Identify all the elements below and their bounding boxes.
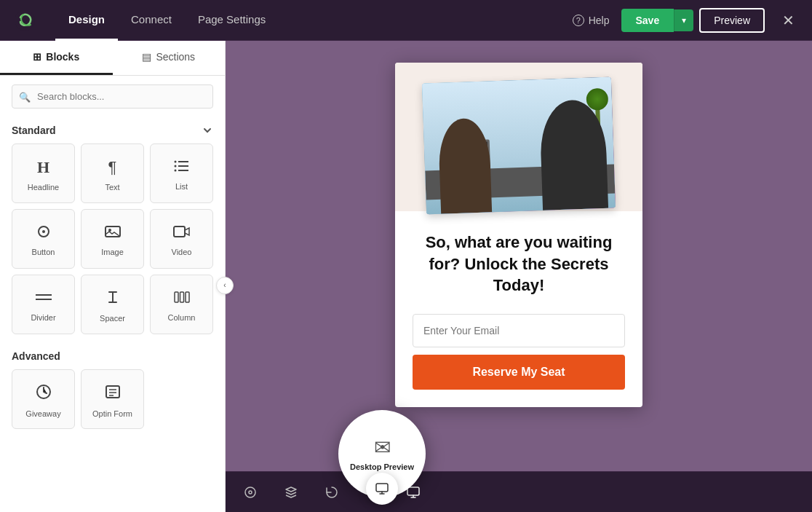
nav-tabs: Design Connect Page Settings <box>55 0 279 41</box>
column-icon <box>174 291 190 307</box>
block-item-spacer[interactable]: Spacer <box>81 275 144 334</box>
sidebar-tabs: ⊞ Blocks ▤ Sections <box>0 41 225 76</box>
help-icon: ? <box>573 15 584 26</box>
sidebar: ⊞ Blocks ▤ Sections 🔍 Standard <box>0 41 226 512</box>
svg-rect-10 <box>174 227 185 237</box>
block-item-video[interactable]: Video <box>150 209 213 269</box>
advanced-block-group: Advanced Giveaway Optin Form <box>0 343 225 438</box>
search-area: 🔍 <box>0 76 225 117</box>
chevron-down-icon: ▾ <box>682 15 686 25</box>
block-item-list[interactable]: List <box>150 143 213 203</box>
standard-block-group: Standard H Headline ¶ Text <box>0 117 225 343</box>
svg-point-7 <box>42 230 45 233</box>
close-button[interactable]: ✕ <box>776 9 800 32</box>
nav-tab-design[interactable]: Design <box>55 0 118 41</box>
sections-tab-icon: ▤ <box>142 51 151 63</box>
chevron-down-icon <box>202 125 213 136</box>
settings-toolbar-icon[interactable] <box>237 479 263 505</box>
blocks-tab-icon: ⊞ <box>33 51 41 63</box>
top-navigation: Design Connect Page Settings ? Help Save… <box>0 0 812 41</box>
email-input[interactable] <box>413 314 625 347</box>
headline-icon: H <box>37 158 49 177</box>
photo-simulation <box>422 77 616 215</box>
page-card-image-bg <box>395 63 642 211</box>
standard-blocks-grid: H Headline ¶ Text List <box>12 143 213 334</box>
svg-rect-14 <box>180 292 183 302</box>
block-item-headline[interactable]: H Headline <box>12 143 75 203</box>
help-link[interactable]: ? Help <box>573 15 610 26</box>
contact-form-icon <box>105 384 121 403</box>
sidebar-tab-sections[interactable]: ▤ Sections <box>113 41 226 75</box>
nav-tab-connect[interactable]: Connect <box>118 0 185 41</box>
image-icon <box>105 225 121 242</box>
canvas-area: So, what are you waiting for? Unlock the… <box>226 41 812 512</box>
search-input[interactable] <box>12 84 213 109</box>
page-card-body: So, what are you waiting for? Unlock the… <box>395 211 642 407</box>
svg-point-4 <box>174 165 176 167</box>
block-item-text[interactable]: ¶ Text <box>81 143 144 203</box>
preview-circle: ✉ Desktop Preview <box>338 410 426 497</box>
advanced-blocks-grid: Giveaway Optin Form <box>12 369 213 429</box>
bottom-toolbar <box>226 471 812 512</box>
page-headline: So, what are you waiting for? Unlock the… <box>413 232 625 296</box>
sidebar-collapse-button[interactable]: ‹ <box>216 277 234 294</box>
spacer-icon <box>105 290 121 308</box>
save-dropdown-button[interactable]: ▾ <box>674 9 693 31</box>
button-icon <box>36 225 52 242</box>
layers-toolbar-icon[interactable] <box>278 479 304 505</box>
svg-point-5 <box>174 169 176 171</box>
video-icon <box>173 225 191 242</box>
giveaway-icon <box>36 384 52 403</box>
block-item-column[interactable]: Column <box>150 275 213 334</box>
search-icon: 🔍 <box>19 91 31 102</box>
block-item-image[interactable]: Image <box>81 209 144 269</box>
divider-icon <box>36 291 52 307</box>
save-button[interactable]: Save <box>621 9 674 32</box>
list-icon <box>174 159 190 176</box>
block-item-button[interactable]: Button <box>12 209 75 269</box>
text-icon: ¶ <box>108 158 117 177</box>
svg-rect-22 <box>376 484 388 492</box>
preview-sub-circle[interactable] <box>366 473 398 505</box>
page-card-image <box>422 77 616 215</box>
nav-tab-page-settings[interactable]: Page Settings <box>185 0 279 41</box>
app-logo <box>12 7 38 34</box>
block-item-giveaway[interactable]: Giveaway <box>12 369 75 429</box>
svg-rect-13 <box>175 292 178 302</box>
block-item-contact-form[interactable]: Optin Form <box>81 369 144 429</box>
page-preview-card: So, what are you waiting for? Unlock the… <box>395 63 642 407</box>
svg-rect-15 <box>186 292 189 302</box>
reserve-seat-button[interactable]: Reserve My Seat <box>413 355 625 390</box>
preview-button[interactable]: Preview <box>699 8 765 33</box>
envelope-icon: ✉ <box>374 436 391 460</box>
desktop-preview-tooltip: ✉ Desktop Preview <box>338 410 426 497</box>
advanced-group-header: Advanced <box>12 343 213 369</box>
sidebar-tab-blocks[interactable]: ⊞ Blocks <box>0 41 113 75</box>
search-inner: 🔍 <box>12 84 213 109</box>
standard-group-header[interactable]: Standard <box>12 117 213 143</box>
svg-point-3 <box>174 160 176 162</box>
main-area: ⊞ Blocks ▤ Sections 🔍 Standard <box>0 41 812 512</box>
block-item-divider[interactable]: Divider <box>12 275 75 334</box>
save-button-group: Save ▾ <box>621 9 694 32</box>
